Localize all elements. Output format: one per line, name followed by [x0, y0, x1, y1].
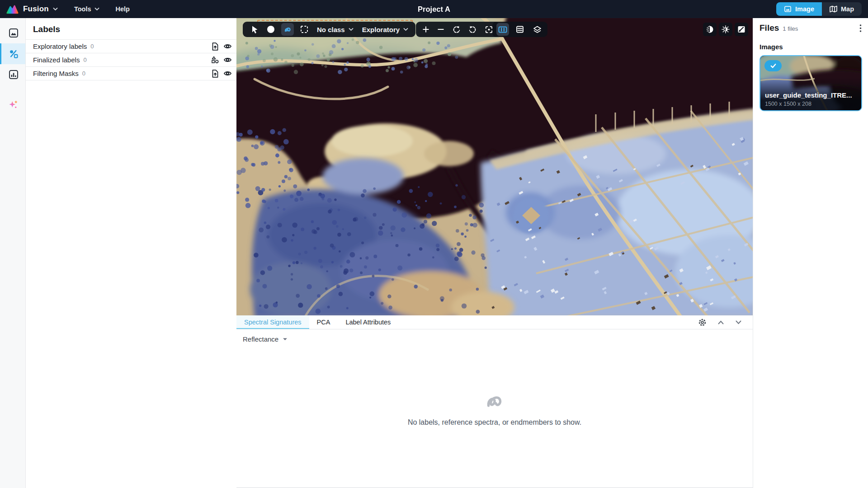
- rows-view-button[interactable]: [514, 23, 526, 36]
- marquee-select-tool-button[interactable]: [298, 23, 311, 36]
- panel-settings-button[interactable]: [698, 318, 707, 327]
- rail-item-ai-tools[interactable]: [0, 94, 25, 115]
- check-icon: [769, 62, 777, 70]
- bottom-panel: Spectral Signatures PCA Label Attributes: [236, 315, 753, 488]
- shapes-button[interactable]: [211, 56, 219, 64]
- label-row-filtering-masks[interactable]: Filtering Masks 0: [26, 67, 236, 80]
- eye-icon: [223, 43, 232, 50]
- satellite-image-canvas[interactable]: [236, 18, 753, 315]
- label-row-count: 0: [90, 43, 94, 50]
- view-switch: Image Map: [776, 2, 862, 16]
- images-section-heading: Images: [760, 43, 862, 51]
- brand-name: Fusion: [23, 5, 49, 14]
- cursor-icon: [250, 25, 259, 34]
- sparkles-icon: [8, 99, 19, 110]
- label-row-name: Filtering Masks: [33, 70, 79, 77]
- menu-help[interactable]: Help: [116, 5, 130, 13]
- labels-rows: Exploratory labels 0: [26, 39, 236, 80]
- file-upload-button[interactable]: [212, 42, 219, 51]
- columns-view-icon: [498, 26, 507, 33]
- label-row-name: Finalized labels: [33, 56, 80, 64]
- visibility-toggle[interactable]: [223, 70, 232, 77]
- bar-chart-icon: [9, 70, 19, 80]
- map-icon: [830, 5, 837, 13]
- labels-panel: Labels Exploratory labels 0: [26, 18, 236, 488]
- image-compare-icon: [737, 25, 745, 33]
- columns-view-button[interactable]: [496, 23, 509, 36]
- viewer-toolbar-views: [492, 22, 547, 37]
- circle-tool-icon: [267, 25, 275, 33]
- viewer-toolbar-zoom: [416, 22, 500, 37]
- image-dimensions: 1500 x 1500 x 208: [765, 101, 811, 107]
- viewer-display-tools: [703, 23, 748, 36]
- tab-pca[interactable]: PCA: [309, 315, 338, 329]
- class-dropdown[interactable]: No class: [315, 26, 356, 33]
- selected-check-badge[interactable]: [764, 60, 782, 71]
- menu-tools[interactable]: Tools: [74, 5, 99, 13]
- brightness-icon: [722, 25, 730, 33]
- marquee-select-icon: [300, 25, 308, 33]
- label-row-exploratory[interactable]: Exploratory labels 0: [26, 40, 236, 53]
- image-view-label: Image: [795, 5, 814, 13]
- rail-item-analytics[interactable]: [0, 64, 25, 85]
- zoom-out-button[interactable]: [437, 26, 444, 33]
- shapes-icon: [211, 56, 219, 64]
- kebab-menu-icon: [859, 24, 862, 33]
- file-upload-button[interactable]: [212, 70, 219, 78]
- rows-view-icon: [516, 25, 524, 33]
- label-mode-dropdown-value: Exploratory: [362, 26, 400, 33]
- rotate-ccw-button[interactable]: [452, 25, 461, 34]
- panel-collapse-button[interactable]: [735, 320, 742, 325]
- chevron-down-icon: [94, 7, 99, 11]
- label-mode-dropdown[interactable]: Exploratory: [360, 26, 410, 33]
- zoom-in-button[interactable]: [422, 26, 429, 33]
- spectra-empty-state: No labels, reference spectra, or endmemb…: [236, 329, 753, 488]
- squiggle-draw-tool-button[interactable]: [281, 23, 294, 36]
- tab-label: PCA: [317, 319, 330, 326]
- label-row-finalized[interactable]: Finalized labels 0: [26, 53, 236, 67]
- map-view-button[interactable]: Map: [822, 2, 862, 16]
- rail-item-images[interactable]: [0, 23, 25, 43]
- rotate-cw-button[interactable]: [468, 25, 477, 34]
- image-file-card[interactable]: user_guide_testing_ITRE... 1500 x 1500 x…: [760, 55, 862, 111]
- menu-help-label: Help: [116, 5, 130, 13]
- rail-item-labels[interactable]: [0, 43, 25, 64]
- viewer-toolbar-tools: No class Exploratory: [243, 22, 415, 37]
- labels-panel-title: Labels: [26, 18, 236, 39]
- topbar: Fusion Tools Help Project A Image Map: [0, 0, 868, 18]
- panel-expand-button[interactable]: [717, 320, 724, 325]
- layers-icon: [533, 26, 542, 33]
- chevron-down-icon: [53, 7, 58, 11]
- cursor-tool-button[interactable]: [248, 23, 260, 36]
- class-dropdown-value: No class: [317, 26, 345, 33]
- empty-state-message: No labels, reference spectra, or endmemb…: [408, 418, 581, 427]
- tab-label-attributes[interactable]: Label Attributes: [338, 315, 398, 329]
- image-compare-button[interactable]: [735, 23, 748, 36]
- circle-tool-button[interactable]: [264, 23, 277, 36]
- rotate-ccw-icon: [452, 25, 461, 34]
- tab-label: Label Attributes: [345, 319, 391, 326]
- contrast-dither-button[interactable]: [703, 23, 717, 36]
- files-menu-button[interactable]: [859, 24, 862, 33]
- fusion-logo-icon: [6, 4, 19, 14]
- eye-icon: [223, 70, 232, 77]
- center-column: No class Exploratory: [236, 18, 753, 488]
- visibility-toggle[interactable]: [223, 56, 232, 63]
- files-panel-title: Files: [760, 23, 779, 33]
- layers-button[interactable]: [531, 23, 543, 36]
- image-viewer[interactable]: No class Exploratory: [236, 18, 753, 315]
- label-row-name: Exploratory labels: [33, 42, 87, 50]
- squiggle-draw-icon: [283, 25, 292, 33]
- squiggle-icon: [484, 390, 505, 411]
- tab-spectral-signatures[interactable]: Spectral Signatures: [236, 315, 309, 329]
- chevron-down-icon: [349, 28, 354, 31]
- contrast-dither-icon: [706, 25, 714, 33]
- file-upload-icon: [212, 42, 219, 51]
- scatter-labels-icon: [9, 49, 19, 59]
- icon-rail: [0, 18, 26, 488]
- image-view-button[interactable]: Image: [776, 2, 822, 16]
- gear-icon: [698, 318, 707, 327]
- brightness-button[interactable]: [719, 23, 732, 36]
- visibility-toggle[interactable]: [223, 43, 232, 50]
- brand-menu[interactable]: Fusion: [23, 5, 58, 14]
